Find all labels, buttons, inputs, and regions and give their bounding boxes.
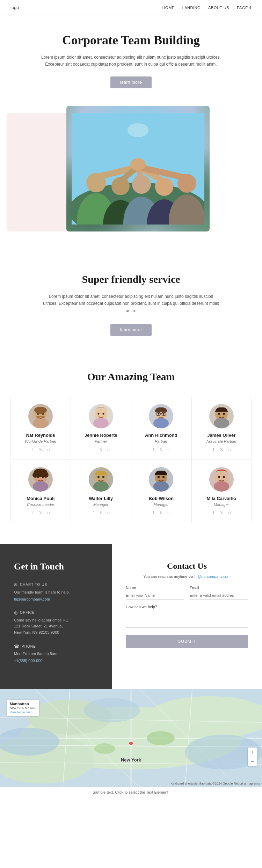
member-social-icons: f 𝕏 ◻ (75, 447, 128, 453)
svg-point-51 (153, 481, 169, 492)
svg-point-75 (147, 731, 175, 745)
twitter-icon[interactable]: 𝕏 (219, 510, 224, 516)
instagram-icon[interactable]: ◻ (226, 447, 232, 453)
svg-point-27 (102, 413, 104, 414)
facebook-icon[interactable]: f (90, 510, 96, 516)
hero-image-section (0, 99, 262, 252)
facebook-icon[interactable]: f (151, 447, 156, 453)
map-background (0, 689, 262, 787)
submit-button[interactable]: SUBMIT (126, 635, 248, 648)
member-name: James Oliver (195, 433, 248, 438)
contact-phone-block: ☎ PHONE Mon-Fri from 8am to 5am +1(555) … (14, 644, 98, 663)
map-roads-svg (0, 689, 262, 787)
team-member: Bob Wilson Manager f 𝕏 ◻ (131, 460, 191, 523)
member-avatar (149, 404, 173, 428)
team-member: Mila Carvalho Manager f 𝕏 ◻ (191, 460, 252, 523)
member-role: Manager (195, 502, 248, 507)
twitter-icon[interactable]: 𝕏 (38, 447, 43, 453)
twitter-icon[interactable]: 𝕏 (38, 510, 43, 516)
svg-point-56 (218, 476, 220, 478)
member-name: Mila Carvalho (195, 496, 248, 501)
hero-section: Corporate Team Building Lorem ipsum dolo… (0, 15, 262, 99)
team-member: Jennie Roberts Partner f 𝕏 ◻ (71, 397, 131, 460)
navigation: logo HOME LANDING ABOUT US PAGE 4 (0, 0, 262, 15)
member-role: Manager (135, 502, 188, 507)
member-avatar (209, 404, 234, 428)
contact-right: Contact Us You can reach us anytime via … (112, 544, 262, 689)
contact-chart-text: Our friendly team is here to help. (14, 589, 98, 596)
contact-left-title: Get in Touch (14, 561, 98, 572)
svg-point-47 (93, 481, 109, 492)
message-textarea[interactable] (126, 610, 248, 628)
message-label: How can we help? (126, 605, 248, 609)
instagram-icon[interactable]: ◻ (166, 447, 172, 453)
team-section: Our Amazing Team Nat Reynolds Worldwide … (0, 353, 262, 544)
member-social-icons: f 𝕏 ◻ (135, 510, 188, 516)
instagram-icon[interactable]: ◻ (45, 447, 51, 453)
map-attribution: Keyboard shortcuts Map data ©2024 Google… (170, 782, 260, 785)
twitter-icon[interactable]: 𝕏 (98, 510, 104, 516)
svg-point-29 (153, 418, 169, 428)
instagram-icon[interactable]: ◻ (45, 510, 51, 516)
map-zoom-in-button[interactable]: + (248, 748, 257, 757)
facebook-icon[interactable]: f (90, 447, 96, 453)
nav-landing[interactable]: LANDING (182, 6, 201, 10)
map-new-york-label: New York (121, 757, 141, 763)
email-label: Email (190, 586, 248, 590)
nav-page4[interactable]: PAGE 4 (237, 6, 252, 10)
facebook-icon[interactable]: f (30, 447, 36, 453)
twitter-icon[interactable]: 𝕏 (158, 447, 164, 453)
svg-point-20 (33, 418, 48, 428)
twitter-icon[interactable]: 𝕏 (219, 447, 224, 453)
svg-point-57 (223, 476, 225, 478)
svg-point-38 (223, 413, 225, 415)
contact-reach-email[interactable]: hi@ourcompany.com (195, 574, 231, 579)
twitter-icon[interactable]: 𝕏 (98, 447, 104, 453)
facebook-icon[interactable]: f (151, 510, 156, 516)
name-input[interactable] (126, 591, 184, 600)
svg-point-53 (162, 476, 165, 478)
member-social-icons: f 𝕏 ◻ (75, 510, 128, 516)
sample-text-bar: Sample text. Click to select the Text El… (0, 787, 262, 797)
email-input[interactable] (190, 591, 248, 600)
instagram-icon[interactable]: ◻ (106, 510, 111, 516)
contact-chart-label: ✉ CHART TO US (14, 582, 98, 587)
instagram-icon[interactable]: ◻ (166, 510, 172, 516)
twitter-icon[interactable]: 𝕏 (158, 510, 164, 516)
contact-right-title: Contact Us (126, 561, 248, 571)
facebook-icon[interactable]: f (211, 510, 217, 516)
map-view-larger[interactable]: View larger map (10, 711, 36, 714)
hero-learn-more-button[interactable]: learn more (110, 76, 152, 88)
service-learn-more-button[interactable]: learn more (110, 324, 152, 336)
svg-point-18 (128, 123, 148, 137)
team-member: James Oliver Associate Partner f 𝕏 ◻ (191, 397, 252, 460)
svg-point-25 (93, 418, 109, 428)
member-social-icons: f 𝕏 ◻ (195, 447, 248, 453)
map-zoom-out-button[interactable]: − (248, 757, 257, 766)
member-role: Partner (75, 439, 128, 443)
member-social-icons: f 𝕏 ◻ (14, 510, 67, 516)
instagram-icon[interactable]: ◻ (226, 510, 232, 516)
svg-point-77 (129, 741, 133, 745)
instagram-icon[interactable]: ◻ (106, 447, 111, 453)
member-avatar (89, 404, 113, 428)
contact-phone-number[interactable]: +1(555) 000-000 (14, 659, 43, 663)
svg-point-30 (158, 413, 160, 414)
facebook-icon[interactable]: f (211, 447, 217, 453)
contact-chart-email[interactable]: hi@ourcompany.com (14, 597, 50, 601)
team-photo-svg (72, 113, 204, 225)
nav-home[interactable]: HOME (162, 6, 175, 10)
svg-point-44 (32, 472, 38, 478)
facebook-icon[interactable]: f (30, 510, 36, 516)
contact-office-text: Come say hello at our office HQ. 121 Roc… (14, 617, 98, 636)
team-grid: Nat Reynolds Worldwide Partner f 𝕏 ◻ Jen… (10, 397, 252, 523)
hero-description: Lorem ipsum dolor sit amet, consectetur … (35, 54, 227, 68)
team-title: Our Amazing Team (10, 371, 252, 383)
member-avatar (209, 467, 234, 492)
nav-about[interactable]: ABOUT US (208, 6, 229, 10)
svg-point-17 (130, 158, 146, 171)
name-label: Name (126, 586, 184, 590)
phone-icon: ☎ (14, 644, 20, 649)
svg-point-23 (34, 407, 47, 414)
nav-links: HOME LANDING ABOUT US PAGE 4 (162, 6, 252, 10)
